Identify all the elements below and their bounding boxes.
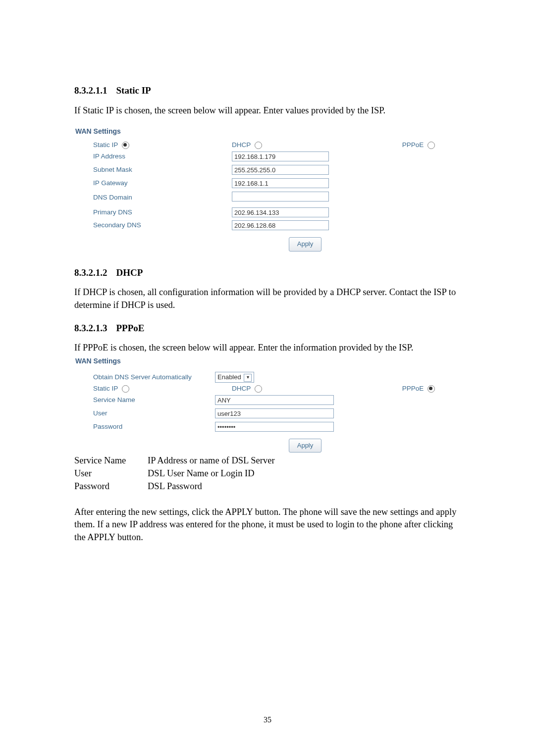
radio-static-ip-label: Static IP	[93, 385, 118, 392]
service-name-input[interactable]: ANY	[215, 395, 334, 405]
radio-dhcp-label: DHCP	[232, 385, 251, 392]
user-label: User	[93, 409, 215, 418]
radio-pppoe[interactable]	[428, 385, 435, 393]
def-password-key: Password	[74, 480, 148, 493]
radio-dhcp-label: DHCP	[232, 141, 251, 149]
obtain-dns-label: Obtain DNS Server Automatically	[93, 373, 215, 382]
closing-paragraph: After entering the new settings, click t…	[74, 506, 461, 545]
radio-pppoe[interactable]	[428, 142, 435, 149]
dhcp-body: If DHCP is chosen, all configuration inf…	[74, 286, 461, 312]
heading-static-ip: 8.3.2.1.1Static IP	[74, 84, 461, 98]
pppoe-definitions: Service Name IP Address or name of DSL S…	[74, 454, 461, 493]
dns-domain-input[interactable]	[232, 192, 329, 202]
ip-gateway-input[interactable]: 192.168.1.1	[232, 178, 329, 188]
heading-number: 8.3.2.1.1	[74, 85, 107, 96]
def-user-key: User	[74, 467, 148, 480]
heading-title: Static IP	[116, 85, 151, 96]
heading-title: DHCP	[116, 267, 143, 278]
chevron-down-icon: ▾	[244, 374, 252, 382]
subnet-mask-label: Subnet Mask	[93, 165, 232, 175]
def-service-name-val: IP Address or name of DSL Server	[148, 454, 461, 467]
radio-dhcp[interactable]	[255, 385, 262, 393]
apply-button[interactable]: Apply	[289, 237, 322, 251]
ip-address-label: IP Address	[93, 152, 232, 161]
heading-title: PPPoE	[116, 323, 145, 333]
heading-number: 8.3.2.1.3	[74, 323, 107, 333]
obtain-dns-value: Enabled	[217, 373, 241, 381]
user-input[interactable]: user123	[215, 408, 334, 418]
def-password-val: DSL Password	[148, 480, 461, 493]
service-name-label: Service Name	[93, 396, 215, 405]
password-input[interactable]: ••••••••	[215, 422, 334, 432]
heading-number: 8.3.2.1.2	[74, 267, 107, 278]
secondary-dns-label: Secondary DNS	[93, 221, 232, 230]
wan-settings-static-form: WAN Settings Static IP DHCP PPPoE IP Add…	[74, 127, 461, 251]
radio-static-ip[interactable]	[122, 385, 129, 393]
dns-domain-label: DNS Domain	[93, 193, 232, 202]
subnet-mask-input[interactable]: 255.255.255.0	[232, 165, 329, 175]
primary-dns-input[interactable]: 202.96.134.133	[232, 207, 329, 217]
obtain-dns-select[interactable]: Enabled ▾	[215, 372, 254, 383]
radio-static-ip-label: Static IP	[93, 141, 118, 149]
radio-dhcp[interactable]	[255, 142, 262, 149]
pppoe-intro: If PPPoE is chosen, the screen below wil…	[74, 342, 461, 354]
def-service-name-key: Service Name	[74, 454, 148, 467]
radio-static-ip[interactable]	[122, 142, 129, 149]
secondary-dns-input[interactable]: 202.96.128.68	[232, 220, 329, 230]
radio-pppoe-label: PPPoE	[402, 141, 424, 149]
primary-dns-label: Primary DNS	[93, 208, 232, 217]
static-ip-intro: If Static IP is chosen, the screen below…	[74, 104, 461, 117]
form-title: WAN Settings	[75, 356, 461, 366]
apply-button[interactable]: Apply	[289, 439, 322, 453]
ip-address-input[interactable]: 192.168.1.179	[232, 151, 329, 161]
def-user-val: DSL User Name or Login ID	[148, 467, 461, 480]
heading-pppoe: 8.3.2.1.3PPPoE	[74, 322, 461, 335]
form-title: WAN Settings	[75, 127, 461, 137]
ip-gateway-label: IP Gateway	[93, 179, 232, 188]
heading-dhcp: 8.3.2.1.2DHCP	[74, 266, 461, 280]
page-number: 35	[0, 714, 535, 725]
password-label: Password	[93, 422, 215, 432]
radio-pppoe-label: PPPoE	[402, 385, 424, 392]
wan-settings-pppoe-form: WAN Settings Obtain DNS Server Automatic…	[74, 356, 461, 453]
